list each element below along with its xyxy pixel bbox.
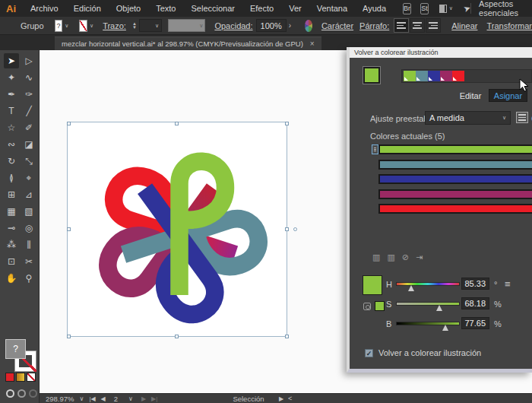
dialog-title-bar[interactable]: Volver a colorear ilustración — [350, 47, 532, 58]
color-group-swatch-0[interactable] — [404, 71, 416, 81]
tab-editar[interactable]: Editar — [454, 89, 486, 102]
width-profile-dropdown[interactable]: ∨ — [168, 19, 205, 32]
menu-archivo[interactable]: Archivo — [23, 4, 66, 13]
hsb-value[interactable]: 85.33 — [461, 278, 489, 290]
align-panel-link[interactable]: Alinear — [451, 21, 477, 30]
menu-ventana[interactable]: Ventana — [309, 4, 355, 13]
hsb-value[interactable]: 68.18 — [461, 297, 489, 309]
recolor-artwork-icon[interactable] — [305, 20, 312, 32]
opacity-value[interactable]: 100% — [256, 19, 287, 32]
zoom-dropdown-icon[interactable]: ∨ — [80, 395, 84, 402]
selection-handle[interactable] — [67, 227, 71, 231]
selection-handle[interactable] — [285, 227, 289, 231]
hsb-menu-icon[interactable]: ≡ — [505, 278, 511, 290]
hsb-slider-thumb[interactable] — [436, 305, 442, 311]
selection-handle-circle[interactable] — [293, 227, 297, 231]
current-color-bar-0[interactable] — [378, 144, 532, 154]
stock-button[interactable]: St — [420, 3, 429, 14]
draw-behind-mode-icon[interactable] — [17, 389, 26, 398]
mesh-tool[interactable]: ▦ — [4, 204, 19, 219]
line-segment-tool[interactable]: ╱ — [21, 103, 36, 119]
artboard-tool[interactable]: ⊡ — [4, 254, 19, 269]
color-group-swatch-4[interactable] — [452, 71, 464, 81]
character-link[interactable]: Carácter — [321, 21, 353, 30]
color-group-swatch-3[interactable] — [440, 71, 452, 81]
close-icon[interactable]: × — [310, 40, 315, 48]
menu-objeto[interactable]: Objeto — [109, 4, 148, 13]
opacity-label[interactable]: Opacidad: — [214, 21, 252, 30]
fill-chevron-icon[interactable]: ∨ — [65, 23, 68, 29]
stroke-weight-stepper[interactable]: ▲ ▼ — [132, 22, 137, 30]
paintbrush-tool[interactable]: ✐ — [21, 120, 36, 135]
current-color-bar-3[interactable] — [378, 189, 532, 199]
recolor-checkbox[interactable]: ✓ — [365, 349, 373, 357]
stroke-weight-dropdown[interactable]: ∨ — [139, 19, 162, 32]
blend-tool[interactable]: ◎ — [21, 221, 36, 236]
arrange-documents-icon[interactable] — [439, 5, 447, 13]
eyedropper-tool[interactable]: ⊸ — [4, 221, 19, 236]
current-color-bar-2[interactable] — [378, 174, 532, 184]
fill-color-swatch[interactable]: ? — [55, 20, 63, 32]
puppet-warp-tool[interactable]: ⌖ — [21, 170, 36, 186]
color-bar-grip[interactable] — [372, 144, 378, 154]
workspace-switcher[interactable]: Aspectos esenciales — [470, 3, 532, 14]
stepper-down-icon[interactable]: ▼ — [132, 26, 137, 30]
color-group-swatch-2[interactable] — [428, 71, 440, 81]
selected-color-swatch[interactable] — [363, 67, 380, 84]
align-center-button[interactable] — [410, 18, 425, 33]
pen-tool[interactable]: ✒ — [4, 87, 19, 102]
shaper-tool[interactable]: ∾ — [4, 137, 19, 152]
status-expand-icon[interactable]: ▶ — [279, 395, 283, 402]
hsb-slider-track[interactable] — [396, 302, 460, 306]
eraser-tool[interactable]: ◪ — [21, 137, 36, 152]
menu-efecto[interactable]: Efecto — [242, 4, 281, 13]
color-button[interactable] — [5, 373, 14, 382]
direct-selection-tool[interactable]: ▷ — [21, 53, 36, 68]
magic-wand-tool[interactable]: ✦ — [4, 70, 19, 85]
zoom-tool[interactable]: ⚲ — [21, 271, 36, 286]
next-artboard-icon[interactable]: ▶ — [141, 395, 146, 402]
previous-artboard-icon[interactable]: ◀ — [101, 395, 106, 402]
first-artboard-icon[interactable]: |◀ — [89, 395, 95, 402]
current-color-bar-1[interactable] — [378, 160, 532, 170]
random-color-order-icon[interactable]: ▥ — [372, 252, 380, 262]
hsb-value[interactable]: 77.65 — [461, 317, 489, 329]
zoom-level-value[interactable]: 298.97% — [46, 395, 74, 403]
selection-handle[interactable] — [175, 335, 179, 338]
stroke-weight-label[interactable]: Trazo: — [103, 21, 126, 30]
lasso-tool[interactable]: ∿ — [21, 70, 36, 85]
draw-inside-mode-icon[interactable] — [29, 389, 37, 398]
opacity-expand-icon[interactable]: › — [289, 21, 291, 30]
none-button[interactable] — [27, 373, 36, 382]
last-artboard-icon[interactable]: ▶| — [151, 395, 157, 402]
fill-indicator[interactable]: ? — [5, 339, 26, 359]
column-graph-tool[interactable]: ⫼ — [21, 237, 36, 252]
random-saturation-icon[interactable]: ▥ — [387, 252, 394, 262]
selection-handle[interactable] — [285, 335, 289, 338]
align-right-button[interactable] — [426, 18, 441, 33]
hand-tool[interactable]: ✋ — [4, 271, 19, 286]
hsb-slider-track[interactable] — [396, 322, 460, 325]
new-row-icon[interactable]: ⇥ — [416, 252, 423, 262]
current-color-bar-4[interactable] — [378, 204, 532, 214]
shape-builder-tool[interactable]: ⊞ — [4, 187, 19, 202]
status-collapse-icon[interactable]: < — [288, 395, 292, 402]
scale-tool[interactable]: ⤡ — [21, 154, 36, 169]
perspective-grid-tool[interactable]: ⊿ — [21, 187, 36, 202]
chevron-down-icon[interactable]: ∨ — [449, 5, 453, 11]
selection-handle[interactable] — [67, 122, 71, 125]
slice-tool[interactable]: ✂ — [21, 254, 36, 269]
artwork-logo[interactable] — [84, 135, 275, 327]
rotate-tool[interactable]: ↻ — [4, 154, 19, 169]
symbol-sprayer-tool[interactable]: ⁂ — [4, 237, 19, 252]
hsb-slider-track[interactable] — [396, 282, 460, 286]
document-tab[interactable]: mezclar horizontal vertical.ai* al 298.9… — [55, 36, 321, 50]
preset-dropdown[interactable]: A medida ∨ — [425, 111, 511, 125]
gradient-tool[interactable]: ▧ — [21, 204, 36, 219]
color-group-strip[interactable] — [401, 69, 532, 83]
draw-normal-mode-icon[interactable] — [6, 389, 14, 398]
transform-panel-link[interactable]: Transformar — [487, 21, 532, 30]
star-tool[interactable]: ☆ — [4, 120, 19, 135]
hsb-slider-thumb[interactable] — [408, 285, 414, 291]
artboard-navigation[interactable]: 2 ∨ — [111, 395, 136, 403]
